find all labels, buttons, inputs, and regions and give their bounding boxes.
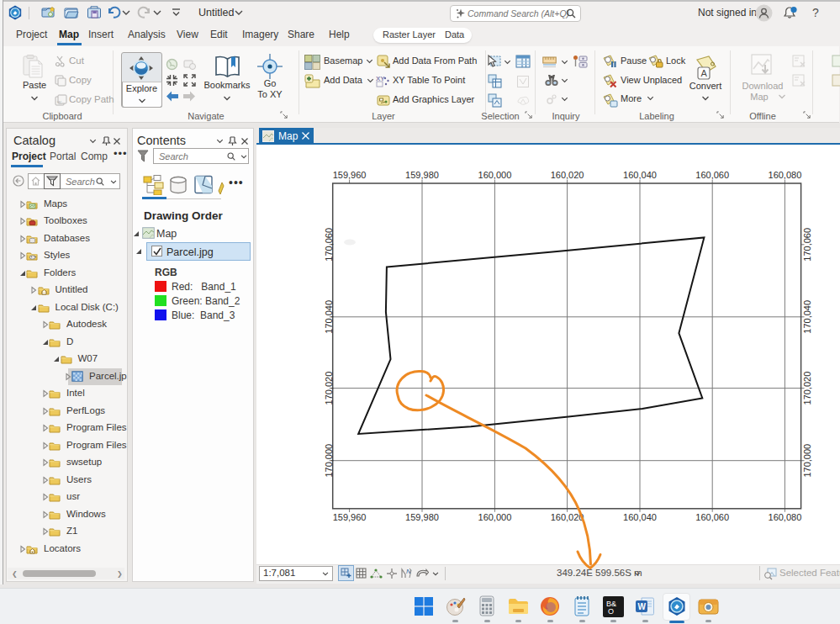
svg-text:160,040: 160,040 [623, 170, 657, 180]
svg-text:160,080: 160,080 [769, 170, 802, 180]
svg-text:160,020: 160,020 [551, 512, 584, 522]
svg-text:159,960: 159,960 [333, 512, 367, 522]
svg-text:160,000: 160,000 [478, 170, 512, 180]
svg-text:159,960: 159,960 [333, 170, 367, 180]
svg-text:160,060: 160,060 [695, 170, 729, 180]
svg-text:170,020: 170,020 [325, 372, 335, 405]
svg-text:160,020: 160,020 [551, 170, 584, 180]
svg-text:159,980: 159,980 [405, 512, 439, 522]
svg-text:w:: w: [56, 99, 62, 104]
svg-text:170,040: 170,040 [803, 300, 813, 334]
svg-text:170,040: 170,040 [325, 300, 335, 334]
svg-text:170,060: 170,060 [325, 228, 335, 262]
svg-text:O: O [608, 607, 614, 616]
svg-text:170,020: 170,020 [803, 372, 813, 405]
svg-text:160,080: 160,080 [769, 512, 802, 522]
svg-text:170,000: 170,000 [325, 444, 335, 478]
svg-text:170,000: 170,000 [803, 444, 813, 478]
svg-text:160,000: 160,000 [478, 512, 512, 522]
svg-text:159,980: 159,980 [405, 170, 439, 180]
svg-text:160,060: 160,060 [695, 512, 729, 522]
svg-text:170,060: 170,060 [803, 228, 813, 262]
svg-text:A: A [701, 68, 708, 78]
svg-text:W: W [638, 602, 647, 611]
svg-text:160,040: 160,040 [623, 512, 657, 522]
